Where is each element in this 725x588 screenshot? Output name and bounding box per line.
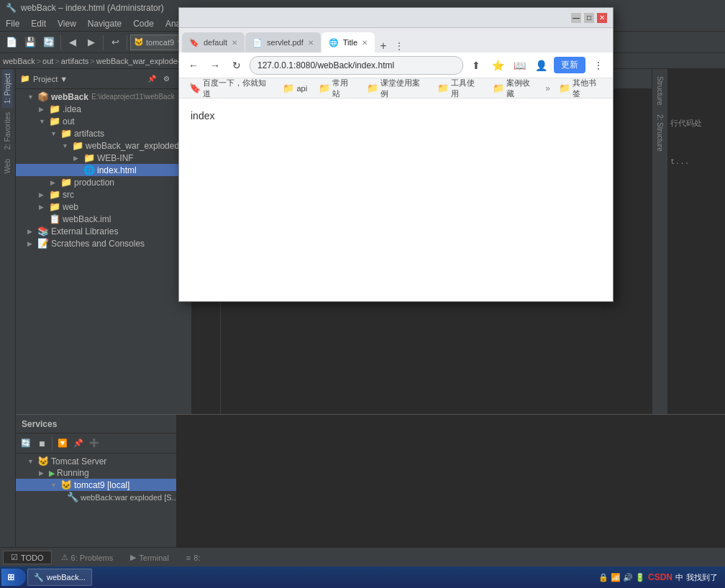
tree-webback-iml[interactable]: ▶ 📋 webBack.iml [16,213,191,225]
menu-code[interactable]: Code [127,17,160,30]
title-tab-close[interactable]: ✕ [362,39,368,47]
project-title: Project ▼ [33,75,68,83]
bookmark-cases[interactable]: 📁 案例收藏 [488,76,541,101]
profile-icon[interactable]: 👤 [532,57,550,74]
tree-idea[interactable]: ▶ 📁 .idea [16,103,191,115]
tree-webinf[interactable]: ▶ 📁 WEB-INF [16,152,191,164]
tree-src[interactable]: ▶ 📁 src [16,188,191,201]
browser-minimize-btn[interactable]: — [571,13,581,23]
project-tree: ▼ 📦 webBack E:\ideaproject11\webBack ▶ 📁… [16,89,191,414]
bookmark-other[interactable]: 📁 其他书签 [555,76,607,101]
extra-label: 8: [193,553,200,562]
undo-btn[interactable]: ↩ [106,34,124,51]
browser-new-tab-btn[interactable]: + [375,40,391,52]
menu-navigate[interactable]: Navigate [82,17,127,30]
reading-mode-btn[interactable]: 📖 [511,57,528,74]
browser-forward-btn[interactable]: → [206,57,224,74]
browser-refresh-action-btn[interactable]: 更新 [554,57,585,73]
forward-btn[interactable]: ▶ [83,34,100,51]
right-sidebar: Structure 2: Structure [652,69,667,414]
structure-tab[interactable]: Structure [655,72,665,110]
tree-war-exploded[interactable]: ▼ 📁 webBack_war_exploded [16,139,191,152]
tree-index-html[interactable]: ▶ 🌐 index.html [16,164,191,176]
start-button[interactable]: ⊞ [1,569,26,586]
browser-tab-default[interactable]: 🔖 default ✕ [182,32,245,52]
browser-content: index [179,98,613,301]
problems-label: 6: Problems [71,553,114,562]
strip-web[interactable]: Web [2,155,13,178]
bookmark-common[interactable]: 📁 常用站 [314,76,359,101]
bookmark-classroom[interactable]: 📁 课堂使用案例 [362,76,430,101]
services-tomcat9[interactable]: ▼ 🐱 tomcat9 [local] [16,479,176,491]
tray-time: 我找到了 [686,572,718,583]
bookmark-api[interactable]: 📁 api [278,81,311,95]
services-tree: ▼ 🐱 Tomcat Server ▶ ▶ Running ▼ 🐱 tomcat… [16,454,176,547]
todo-icon: ☑ [11,553,18,562]
services-tomcat-server[interactable]: ▼ 🐱 Tomcat Server [16,455,176,467]
pin-btn[interactable]: 📌 [145,73,158,86]
browser-settings-btn[interactable]: ⋮ [590,57,607,74]
tree-webback[interactable]: ▼ 📦 webBack E:\ideaproject11\webBack [16,91,191,103]
sep3 [127,35,127,50]
services-right-filler [176,414,667,547]
options-btn[interactable]: ⚙ [160,73,173,86]
pdf-tab-label: servlet.pdf [267,38,304,47]
pdf-tab-close[interactable]: ✕ [308,39,314,47]
browser-tab-title[interactable]: 🌐 Title ✕ [322,32,375,52]
services-add-btn[interactable]: ➕ [87,436,101,451]
browser-close-btn[interactable]: ✕ [597,13,607,23]
bookmark-tools[interactable]: 📁 工具使用 [433,76,485,101]
browser-back-btn[interactable]: ← [185,57,202,74]
back-btn[interactable]: ◀ [64,34,81,51]
tree-ext-libs[interactable]: ▶ 📚 External Libraries [16,225,191,237]
url-input[interactable] [250,56,463,75]
breadcrumb-webback[interactable]: webBack [3,57,35,65]
services-filter-btn[interactable]: 🔽 [55,436,70,451]
tree-out[interactable]: ▼ 📁 out [16,115,191,127]
title-tab-favicon: 🌐 [329,38,339,47]
terminal-icon: ▶ [130,553,136,562]
breadcrumb-out[interactable]: out [42,57,53,65]
breadcrumb-artifacts[interactable]: artifacts [61,57,89,65]
strip-favorites[interactable]: 2: Favorites [2,108,13,154]
app-icon: 🔧 [6,3,17,13]
taskbar-webback[interactable]: 🔧 webBack... [27,569,92,586]
structure-tab2[interactable]: 2: Structure [655,110,665,156]
tree-scratches[interactable]: ▶ 📝 Scratches and Consoles [16,237,191,249]
services-running[interactable]: ▶ ▶ Running [16,467,176,479]
browser-maximize-btn[interactable]: □ [584,13,594,23]
tree-artifacts[interactable]: ▼ 📁 artifacts [16,127,191,139]
sync-btn[interactable]: 🔄 [40,34,58,51]
services-restart-btn[interactable]: 🔄 [19,436,33,451]
menu-view[interactable]: View [52,17,82,30]
new-file-btn[interactable]: 📄 [3,34,20,51]
browser-reload-btn[interactable]: ↻ [228,57,245,74]
bookmark-baidu[interactable]: 🔖 百度一下，你就知道 [185,76,275,101]
menu-file[interactable]: File [0,17,25,30]
gutter-text1: 行代码处 [670,118,702,129]
strip-project[interactable]: 1: Project [2,69,13,108]
bookmark-btn[interactable]: ⭐ [489,57,506,74]
default-tab-label: default [204,38,227,47]
menu-edit[interactable]: Edit [25,17,52,30]
tab-todo[interactable]: ☑ TODO [3,551,52,564]
common-icon: 📁 [319,83,330,93]
tree-production[interactable]: ▶ 📁 production [16,176,191,188]
vertical-strip: 1: Project 2: Favorites Web [0,69,16,414]
services-right-gutter [667,414,725,547]
save-btn[interactable]: 💾 [22,34,39,51]
services-title: Services [22,419,57,429]
tab-terminal[interactable]: ▶ Terminal [122,551,177,564]
tab-problems[interactable]: ⚠ 6: Problems [53,551,122,564]
services-stop-btn[interactable]: ⏹ [35,436,49,451]
bottom-tabs: ☑ TODO ⚠ 6: Problems ▶ Terminal ≡ 8: [0,547,725,567]
tab-extra[interactable]: ≡ 8: [178,551,209,564]
default-tab-close[interactable]: ✕ [232,39,237,47]
browser-tab-pdf[interactable]: 📄 servlet.pdf ✕ [245,32,321,52]
breadcrumb-exploded[interactable]: webBack_war_exploded [96,57,182,65]
browser-menu-btn[interactable]: ⋮ [392,40,406,52]
share-btn[interactable]: ⬆ [468,57,485,74]
tree-web[interactable]: ▶ 📁 web [16,201,191,213]
services-pin-btn[interactable]: 📌 [71,436,86,451]
services-webback-deploy[interactable]: ▶ 🔧 webBack:war exploded [S... [16,491,176,503]
